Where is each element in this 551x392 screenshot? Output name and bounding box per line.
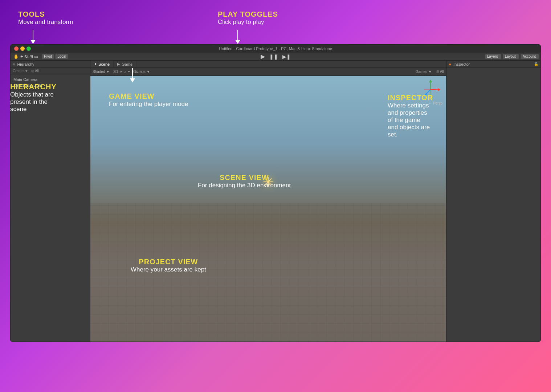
play-toggles-arrow bbox=[235, 30, 240, 44]
hierarchy-ann-sub2: present in the bbox=[10, 98, 57, 106]
tools-arrow-line bbox=[33, 30, 33, 40]
tools-sub: Move and transform bbox=[18, 19, 73, 25]
hand-icon[interactable]: ✋ bbox=[13, 54, 19, 59]
step-button[interactable]: ▶❚ bbox=[281, 53, 292, 60]
play-button[interactable]: ▶ bbox=[259, 53, 266, 60]
scene-search[interactable]: ⊞ All bbox=[436, 70, 444, 74]
tools-arrow-tip bbox=[30, 40, 36, 44]
move-icon[interactable]: ✦ bbox=[20, 54, 24, 59]
hierarchy-header: ≡ Hierarchy bbox=[11, 61, 90, 68]
close-button[interactable] bbox=[14, 46, 19, 51]
scene-toolbar: Shaded ▼ 2D ☀ ♪ ✦ Gizmos ▼ Games ▼ ⊞ All bbox=[90, 68, 446, 76]
local-button[interactable]: Local bbox=[55, 54, 68, 59]
menu-bar: ✋ ✦ ↻ ⊞ ▭ Pivot Local ▶ ❚❚ ▶❚ Layers Lay… bbox=[11, 53, 540, 61]
game-view-arrow-line bbox=[132, 68, 133, 78]
svg-marker-3 bbox=[438, 88, 441, 91]
play-toggles-sub: Click play to play bbox=[218, 19, 264, 25]
account-dropdown[interactable]: Account bbox=[521, 54, 539, 59]
inspector-ann-sub1: Where settings bbox=[388, 102, 433, 109]
scene-tab-icon: ✦ bbox=[94, 62, 97, 66]
twod-toggle[interactable]: 2D bbox=[113, 70, 118, 74]
inspector-ann-sub2: and properties bbox=[388, 109, 433, 117]
audio-btn[interactable]: ♪ bbox=[124, 70, 126, 74]
traffic-lights bbox=[14, 46, 31, 51]
svg-marker-1 bbox=[429, 79, 432, 82]
hierarchy-sub-bar: Create ▼ ⊞ All bbox=[11, 68, 90, 74]
lighting-btn[interactable]: ☀ bbox=[119, 70, 123, 74]
inspector-label: Inspector bbox=[453, 62, 470, 66]
play-toggles-annotation: PLAY TOGGLES Click play to play bbox=[218, 10, 278, 26]
minimize-button[interactable] bbox=[20, 46, 25, 51]
tool-icons: ✋ ✦ ↻ ⊞ ▭ bbox=[13, 54, 38, 59]
play-toggles-title: PLAY TOGGLES bbox=[218, 10, 278, 18]
bottom-area: Project ■ Console 🔍 ⚙ ✕ Create ▼ 🔍 bbox=[11, 342, 540, 342]
tab-game[interactable]: ▶ Game bbox=[114, 61, 136, 68]
hierarchy-ann-sub3: scene bbox=[10, 106, 57, 113]
scene-view-annotation: SCENE VIEW For designing the 3D environm… bbox=[198, 173, 291, 189]
hierarchy-header-icon: ≡ bbox=[13, 62, 15, 66]
hierarchy-ann-title: HIERARCHY bbox=[10, 83, 57, 91]
game-tab-icon: ▶ bbox=[117, 62, 120, 66]
pause-button[interactable]: ❚❚ bbox=[268, 53, 279, 60]
unity-editor-window: Untitled - Cardboard Prototype_1 - PC, M… bbox=[10, 44, 541, 342]
hierarchy-create-btn[interactable]: Create ▼ bbox=[13, 69, 28, 73]
rect-icon[interactable]: ▭ bbox=[34, 54, 38, 59]
rotate-icon[interactable]: ↻ bbox=[25, 54, 28, 59]
pivot-button[interactable]: Pivot bbox=[42, 54, 54, 59]
hierarchy-ann-sub1: Objects that are bbox=[10, 91, 57, 98]
project-view-annotation: PROJECT VIEW Where your assets are kept bbox=[131, 258, 206, 273]
play-toggles-arrow-tip bbox=[235, 40, 240, 44]
inspector-header: ● Inspector 🔒 bbox=[446, 61, 540, 68]
inspector-icon: ● bbox=[449, 62, 451, 67]
viewport-tabs: ✦ Scene ▶ Game bbox=[90, 61, 446, 68]
scene-tab-label: Scene bbox=[98, 62, 110, 66]
scene-view-ann-title: SCENE VIEW bbox=[198, 173, 291, 182]
layers-dropdown[interactable]: Layers bbox=[485, 54, 501, 59]
inspector-ann-sub4: and objects are bbox=[388, 124, 433, 131]
shaded-dropdown[interactable]: Shaded ▼ bbox=[93, 70, 110, 74]
game-tab-label: Game bbox=[122, 62, 132, 66]
game-view-ann-sub: For entering the player mode bbox=[109, 101, 188, 108]
scale-icon[interactable]: ⊞ bbox=[29, 54, 33, 59]
play-controls: ▶ ❚❚ ▶❚ bbox=[259, 53, 292, 60]
editor-body: ≡ Hierarchy Create ▼ ⊞ All Main Camera D… bbox=[11, 61, 540, 342]
scene-view-ann-sub: For designing the 3D environment bbox=[198, 182, 291, 189]
tab-scene[interactable]: ✦ Scene bbox=[90, 61, 114, 68]
inspector-ann-sub5: set. bbox=[388, 131, 433, 138]
game-view-annotation: GAME VIEW For entering the player mode bbox=[109, 92, 188, 108]
pivot-local-section: Pivot Local bbox=[42, 54, 68, 59]
play-toggles-arrow-line bbox=[237, 30, 238, 40]
project-view-ann-title: PROJECT VIEW bbox=[131, 258, 206, 266]
title-bar: Untitled - Cardboard Prototype_1 - PC, M… bbox=[11, 45, 540, 53]
maximize-button[interactable] bbox=[26, 46, 31, 51]
gizmos-dropdown[interactable]: Gizmos ▼ bbox=[133, 70, 150, 74]
hierarchy-search[interactable]: ⊞ All bbox=[31, 69, 39, 73]
project-view-ann-sub: Where your assets are kept bbox=[131, 266, 206, 273]
tools-annotation: TOOLS Move and transform bbox=[18, 10, 73, 26]
inspector-lock[interactable]: 🔒 bbox=[534, 62, 538, 66]
hierarchy-header-label: Hierarchy bbox=[17, 62, 34, 66]
toolbar-right: Layers Layout Account bbox=[485, 54, 539, 59]
hierarchy-item-main-camera[interactable]: Main Camera bbox=[11, 77, 90, 82]
window-title: Untitled - Cardboard Prototype_1 - PC, M… bbox=[219, 46, 332, 51]
inspector-panel: ● Inspector 🔒 bbox=[446, 61, 540, 342]
inspector-ann-sub3: of the game bbox=[388, 117, 433, 124]
hierarchy-annotation: HIERARCHY Objects that are present in th… bbox=[10, 83, 57, 113]
tools-arrow bbox=[30, 30, 36, 44]
inspector-ann-title: INSPECTOR bbox=[388, 94, 433, 102]
games-dropdown[interactable]: Games ▼ bbox=[416, 70, 432, 74]
inspector-annotation: INSPECTOR Where settings and properties … bbox=[388, 94, 433, 138]
game-view-ann-title: GAME VIEW bbox=[109, 92, 188, 101]
game-view-arrow bbox=[130, 68, 135, 82]
layout-dropdown[interactable]: Layout bbox=[503, 54, 519, 59]
game-view-arrow-tip bbox=[130, 78, 135, 82]
tools-title: TOOLS bbox=[18, 10, 45, 18]
